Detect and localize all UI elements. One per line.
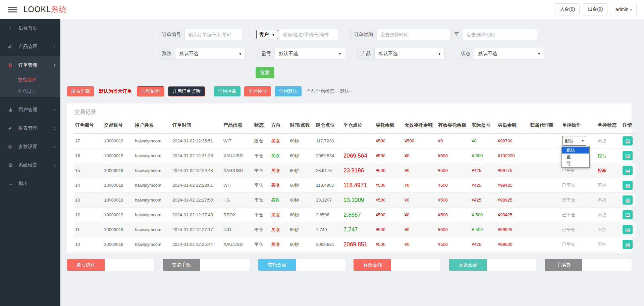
hamburger-menu-icon[interactable] (8, 5, 17, 14)
chevron-right-icon: › (54, 162, 56, 168)
detail-button[interactable]: ▤ (623, 225, 633, 234)
bitcoin-icon: Ƀ (8, 44, 18, 49)
order-no-label: 订单编号 (158, 29, 185, 40)
filter-select[interactable]: 默认不选▾ (175, 48, 246, 59)
valid-amount: ¥500 (437, 222, 470, 237)
detail-button[interactable]: ▤ (623, 136, 633, 145)
sidebar-item-logout[interactable]: →退出 (0, 174, 60, 193)
valid-amount: ¥500 (437, 178, 470, 193)
sidebar: ◔后台首页Ƀ产品管理›⧉订单管理›交易流水平仓日志♟用户管理›¥报表管理›⧉参数… (0, 19, 60, 306)
filter-select[interactable]: 默认不选▾ (474, 48, 544, 59)
agent (529, 148, 561, 163)
account: 10000019 (103, 178, 133, 193)
control-state: 已平仓 (562, 212, 575, 217)
sidebar-item-reports[interactable]: ¥报表管理› (0, 119, 60, 137)
filter-select[interactable]: 默认不选▾ (275, 48, 345, 59)
sidebar-item-system[interactable]: ⚙系统设置› (0, 156, 60, 174)
dropdown-option[interactable]: 默认 (562, 147, 589, 154)
withdraw-button[interactable]: 出金(0) (583, 3, 607, 15)
control-status: 不控 (596, 193, 621, 208)
sidebar-item-users[interactable]: ♟用户管理› (0, 100, 60, 119)
detail-button[interactable]: ▤ (623, 181, 633, 190)
time-end-input[interactable] (463, 29, 537, 40)
main-content: 订单编号 客户▼ 订单时间 至 涨跌默认不选▾盈亏默认不选▾产品默认不选▾状态默… (60, 19, 644, 271)
detail-icon: ▤ (625, 168, 630, 174)
time-start-input[interactable] (377, 29, 451, 40)
invalid-amount: ¥0 (403, 178, 437, 193)
account: 10000019 (103, 193, 133, 208)
toolbar-button[interactable]: 默认为当天订单 (98, 86, 133, 96)
gear-icon: ⚙ (8, 162, 18, 168)
toolbar-button[interactable]: 开启订单监听 (168, 86, 205, 96)
detail-button[interactable]: ▤ (623, 210, 633, 219)
order-no-input[interactable] (185, 29, 243, 40)
table-row: 1510000019haiwaiymcom2024-01-02 12:29:43… (74, 163, 636, 178)
duration: 60秒 (288, 193, 315, 208)
control-state: 已平仓 (562, 198, 575, 203)
profit: ¥425 (470, 193, 496, 208)
toolbar-button[interactable]: 全局默认 (275, 86, 302, 96)
sidebar-item-label: 退出 (18, 181, 28, 187)
toolbar-button[interactable]: 全局控亏 (244, 86, 271, 96)
detail-button[interactable]: ▤ (623, 151, 633, 160)
filter-select-group: 状态默认不选▾ (457, 48, 544, 59)
sidebar-item-products[interactable]: Ƀ产品管理› (0, 37, 60, 56)
product: XAG/USD (222, 163, 253, 178)
customer-type-value: 客户 (259, 32, 269, 38)
direction: 买涨 (270, 163, 288, 178)
table-row: 1010000019haiwaiymcom2024-01-02 12:25:44… (74, 237, 636, 252)
to-label: 至 (451, 29, 463, 40)
username: haiwaiymcom (133, 193, 171, 208)
order-time: 2024-01-02 12:28:01 (171, 178, 222, 193)
valid-amount: ¥500 (437, 193, 470, 208)
stat-group: 交易手数 (163, 259, 250, 271)
chevron-down-icon: ▾ (239, 52, 241, 56)
table-body: 1710000019haiwaiymcom2024-01-02 12:35:51… (74, 134, 636, 252)
sidebar-item-orders[interactable]: ⧉订单管理› (0, 56, 60, 74)
sidebar-subitem[interactable]: 平仓日志 (0, 86, 60, 97)
sidebar-subitem[interactable]: 交易流水 (0, 74, 60, 86)
deposit-button[interactable]: 入金(0) (555, 3, 580, 15)
username: haiwaiymcom (133, 148, 171, 163)
duration: 60秒 (288, 222, 315, 237)
table-row: 1710000019haiwaiymcom2024-01-02 12:35:51… (74, 134, 636, 148)
invalid-amount: ¥0 (403, 148, 437, 163)
filter-row-1: 订单编号 客户▼ 订单时间 至 (158, 29, 644, 40)
dashboard-icon: ◔ (8, 25, 18, 31)
balance-after: ¥100200 (496, 148, 529, 163)
balance-after: ¥99500 (496, 237, 529, 252)
close-price: 13.1009 (342, 193, 374, 208)
profit: ¥425 (470, 178, 496, 193)
stat-value-box (200, 259, 250, 271)
orders-icon: ⧉ (8, 62, 18, 68)
sidebar-group: →退出 (0, 174, 60, 193)
stat-label: 无效金额 (449, 259, 487, 271)
dropdown-option[interactable]: 盈 (562, 154, 589, 160)
control-select[interactable]: 默认▾ (562, 136, 586, 146)
toolbar-button[interactable]: 自动刷新 (137, 86, 164, 96)
invalid-amount: ¥0 (403, 237, 437, 252)
customer-type-select[interactable]: 客户▼ (256, 30, 278, 39)
sidebar-item-params[interactable]: ⧉参数设置› (0, 137, 60, 156)
username: haiwaiymcom (133, 163, 171, 178)
customer-input[interactable] (279, 29, 338, 40)
product: XAU/USD (222, 148, 253, 163)
stat-label: 委托金额 (258, 259, 296, 271)
column-header: 详情 (621, 117, 636, 134)
detail-button[interactable]: ▤ (623, 195, 633, 205)
toolbar-button[interactable]: 搜索全部 (67, 86, 94, 96)
filter-select[interactable]: 默认不选▾ (375, 48, 445, 59)
state: 平仓 (253, 208, 270, 222)
profit: ¥0 (470, 134, 496, 148)
search-button[interactable]: 搜索 (256, 67, 274, 78)
dropdown-option[interactable]: 亏 (562, 160, 589, 167)
toolbar-button[interactable]: 全局控赢 (214, 86, 240, 96)
detail-button[interactable]: ▤ (623, 166, 633, 175)
sidebar-group: ⧉订单管理›交易流水平仓日志 (0, 56, 60, 97)
column-header: 单控状态 (596, 117, 621, 134)
open-price: 117.7238 (315, 134, 342, 148)
sidebar-item-home[interactable]: ◔后台首页 (0, 19, 60, 37)
detail-button[interactable]: ▤ (623, 240, 633, 249)
user-menu-button[interactable]: admin▾ (611, 4, 637, 15)
balance-after: ¥99925 (496, 222, 529, 237)
